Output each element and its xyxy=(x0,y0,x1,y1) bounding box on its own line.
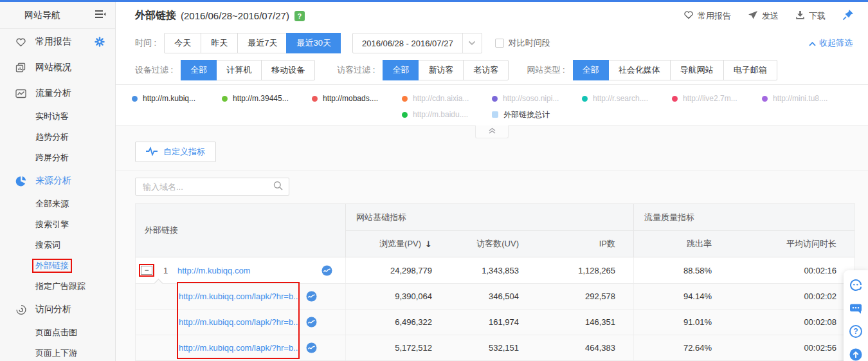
visitor-filter-label: 访客过滤 : xyxy=(337,64,375,76)
column-header-bounce-rate[interactable]: 跳出率 xyxy=(633,231,730,257)
domain-search-input[interactable] xyxy=(141,181,273,192)
sidebar-item-all-sources[interactable]: 全部来源 xyxy=(0,194,115,214)
date-range-select[interactable]: 2016/06/28 - 2016/07/27 xyxy=(352,33,482,53)
sitetype-option-nav[interactable]: 导航网站 xyxy=(670,60,723,80)
external-link-url[interactable]: http://m.kubiqq.com xyxy=(177,266,250,275)
table-row: http://m.kubiqq.com/lapk/?hr=b... 9,390,… xyxy=(136,283,854,309)
sitetype-option-email[interactable]: 电子邮箱 xyxy=(723,60,777,80)
legend-item[interactable]: http://m.39445... xyxy=(222,94,312,103)
legend-item[interactable]: http://soso.nipi... xyxy=(492,94,582,103)
sitetype-option-all[interactable]: 全部 xyxy=(573,60,609,80)
legend-item[interactable]: http://m.kubiq... xyxy=(132,94,222,103)
sidebar-item-page-click-map[interactable]: 页面点击图 xyxy=(0,322,115,343)
collapse-chart-tab[interactable] xyxy=(475,125,509,138)
device-option-mobile[interactable]: 移动设备 xyxy=(261,60,314,80)
legend-item-total[interactable]: 外部链接总计 xyxy=(492,109,582,120)
legend-item[interactable]: http://live2.7m... xyxy=(672,94,762,103)
heart-icon xyxy=(683,10,694,21)
sidebar-item-source-analysis[interactable]: 来源分析 xyxy=(0,168,115,194)
sort-desc-icon[interactable]: ↓ xyxy=(425,239,432,249)
trend-chart-icon[interactable] xyxy=(306,291,317,302)
traffic-chart-icon xyxy=(14,89,27,98)
feedback-chat-icon[interactable] xyxy=(849,301,863,315)
trend-chart-icon[interactable] xyxy=(306,317,317,328)
table-header: 外部链接 网站基础指标 流量质量指标 浏览量(PV) ↓ 访客数(UV) IP数… xyxy=(136,204,854,257)
trend-chart-icon[interactable] xyxy=(321,265,332,276)
legend-item[interactable]: http://cdn.aixia... xyxy=(402,94,492,103)
sidebar-item-label: 常用报告 xyxy=(35,36,71,48)
compare-period-checkbox[interactable]: 对比时间段 xyxy=(495,37,550,49)
time-option-yesterday[interactable]: 昨天 xyxy=(201,33,237,53)
floating-help-menu: ? xyxy=(844,270,868,361)
ip-value: 464,383 xyxy=(537,335,633,360)
search-icon[interactable] xyxy=(273,181,283,192)
sidebar-header-label: 网站导航 xyxy=(24,10,60,21)
legend-item[interactable]: http://m.baidu.... xyxy=(402,110,492,119)
sidebar-item-search-terms[interactable]: 搜索词 xyxy=(0,235,115,255)
collapse-filters-link[interactable]: 收起筛选 xyxy=(809,37,853,49)
column-header-pv[interactable]: 浏览量(PV) ↓ xyxy=(345,231,450,257)
external-link-url[interactable]: http://m.kubiqq.com/lapk/?hr=b... xyxy=(179,317,298,327)
back-to-top-icon[interactable] xyxy=(849,347,863,361)
legend-item[interactable]: http://mini.tu8.... xyxy=(762,94,852,103)
page-header: 外部链接 (2016/06/28~2016/07/27) ? 常用报告 发送 下… xyxy=(116,2,868,30)
collapse-row-button[interactable]: − xyxy=(141,266,152,275)
external-link-url[interactable]: http://m.kubiqq.com/lapk/?hr=b... xyxy=(179,292,298,301)
bounce-rate-value: 91.01% xyxy=(633,310,730,335)
legend-dot-icon xyxy=(402,96,408,102)
column-header-ip[interactable]: IP数 xyxy=(537,231,633,257)
favorite-report-button[interactable]: 常用报告 xyxy=(683,10,731,22)
sidebar-item-external-links[interactable]: 外部链接 xyxy=(0,255,115,276)
help-question-icon[interactable]: ? xyxy=(849,324,863,338)
visitor-option-all[interactable]: 全部 xyxy=(383,60,419,80)
legend-dot-icon xyxy=(402,112,408,118)
pv-value: 6,496,322 xyxy=(345,310,450,335)
device-option-computer[interactable]: 计算机 xyxy=(216,60,261,80)
sidebar-item-ad-tracking[interactable]: 指定广告跟踪 xyxy=(0,276,115,297)
time-option-last7days[interactable]: 最近7天 xyxy=(237,33,287,53)
sidebar-item-trend-analysis[interactable]: 趋势分析 xyxy=(0,127,115,147)
time-option-last30days[interactable]: 最近30天 xyxy=(286,33,340,53)
annotation-red-box-expander: − xyxy=(139,264,154,277)
pv-value: 24,298,779 xyxy=(345,257,450,283)
sidebar-item-visit-analysis[interactable]: 访问分析 xyxy=(0,297,115,322)
sidebar-item-favorite-reports[interactable]: 常用报告 xyxy=(0,29,115,55)
chevron-up-icon xyxy=(809,39,816,48)
sidebar-item-realtime-visitors[interactable]: 实时访客 xyxy=(0,106,115,127)
sidebar-item-search-engines[interactable]: 搜索引擎 xyxy=(0,214,115,235)
header-actions: 常用报告 发送 下载 xyxy=(683,9,854,23)
pin-icon[interactable] xyxy=(842,9,854,23)
legend-item[interactable]: http://r.search.... xyxy=(582,94,672,103)
send-button[interactable]: 发送 xyxy=(748,10,779,22)
customer-service-icon[interactable] xyxy=(849,278,863,292)
download-button[interactable]: 下载 xyxy=(795,10,826,22)
column-header-uv[interactable]: 访客数(UV) xyxy=(450,231,537,257)
visitor-option-returning[interactable]: 老访客 xyxy=(463,60,508,80)
visitor-option-new[interactable]: 新访客 xyxy=(418,60,463,80)
sidebar-item-cross-screen[interactable]: 跨屏分析 xyxy=(0,147,115,168)
sidebar-item-page-flow[interactable]: 页面上下游 xyxy=(0,343,115,361)
uv-value: 346,504 xyxy=(450,284,537,309)
column-group-basic-metrics: 网站基础指标 xyxy=(345,204,633,231)
gear-icon[interactable] xyxy=(95,37,105,47)
domain-search-box xyxy=(135,178,289,196)
page-date-range: (2016/06/28~2016/07/27) xyxy=(181,10,289,21)
avg-duration-value: 00:02:08 xyxy=(730,310,854,335)
column-header-avg-duration[interactable]: 平均访问时长 xyxy=(730,231,854,257)
custom-metrics-button[interactable]: 自定义指标 xyxy=(135,142,216,162)
time-option-today[interactable]: 今天 xyxy=(165,33,201,53)
visitor-filter-segmented-control: 全部 新访客 老访客 xyxy=(383,60,509,80)
device-option-all[interactable]: 全部 xyxy=(181,60,217,80)
legend-dot-icon xyxy=(762,96,768,102)
legend-item[interactable]: http://mobads.... xyxy=(312,94,402,103)
trend-chart-icon[interactable] xyxy=(306,342,317,353)
legend-dot-icon xyxy=(582,96,588,102)
collapse-menu-icon[interactable] xyxy=(95,10,106,21)
sidebar-item-site-overview[interactable]: 网站概况 xyxy=(0,55,115,80)
time-filter-label: 时间 : xyxy=(135,37,156,49)
help-badge-icon[interactable]: ? xyxy=(294,11,305,21)
sidebar-item-traffic-analysis[interactable]: 流量分析 xyxy=(0,80,115,106)
sitetype-option-social[interactable]: 社会化媒体 xyxy=(608,60,670,80)
external-links-active-label: 外部链接 xyxy=(32,259,72,273)
external-link-url[interactable]: http://m.kubiqq.com/lapk/?hr=b... xyxy=(179,343,298,353)
